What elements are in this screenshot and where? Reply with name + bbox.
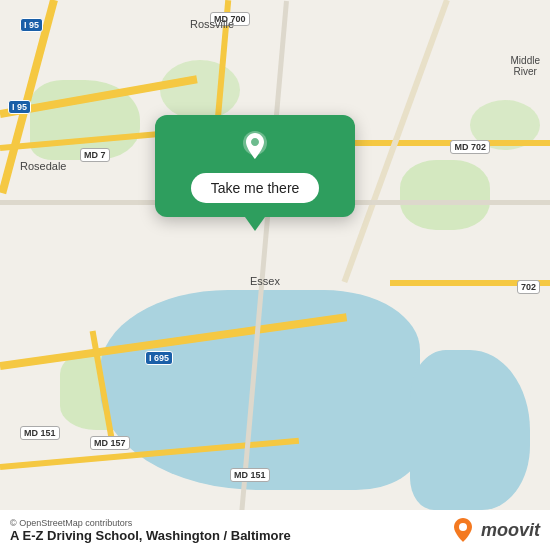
map-attribution: © OpenStreetMap contributors [10,518,291,528]
road-label-i95-left: I 95 [8,100,31,114]
road-label-md702-right: 702 [517,280,540,294]
road-label-md157: MD 157 [90,436,130,450]
location-pin-icon [237,129,273,165]
road-label-md151-left: MD 151 [20,426,60,440]
road-label-md151-bottom: MD 151 [230,468,270,482]
road-label-md700: MD 700 [210,12,250,26]
popup-card: Take me there [155,115,355,217]
app-title: A E-Z Driving School, Washington / Balti… [10,528,291,543]
road-label-i695: I 695 [145,351,173,365]
moovit-logo: moovit [449,516,540,544]
road-label-i95-top: I 95 [20,18,43,32]
take-me-there-button[interactable]: Take me there [191,173,320,203]
bottom-bar-info: © OpenStreetMap contributors A E-Z Drivi… [10,518,291,543]
green-area [160,60,240,120]
water-body-secondary [410,350,530,510]
svg-point-1 [459,523,467,531]
green-area [400,160,490,230]
moovit-pin-icon [449,516,477,544]
moovit-text: moovit [481,520,540,541]
road-label-md7: MD 7 [80,148,110,162]
road-label-md702: MD 702 [450,140,490,154]
bottom-bar: © OpenStreetMap contributors A E-Z Drivi… [0,510,550,550]
map-container: I 95 I 95 MD 7 MD 700 MD 702 I 695 MD 15… [0,0,550,550]
